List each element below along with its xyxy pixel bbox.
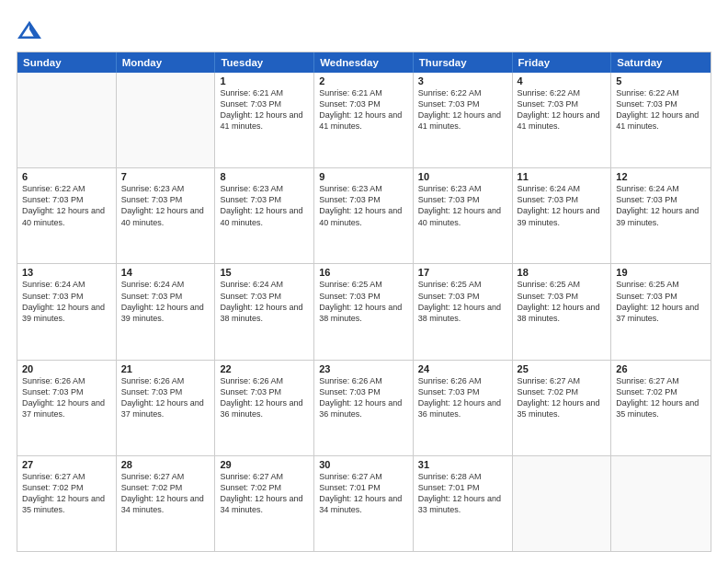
cell-detail: Sunrise: 6:23 AMSunset: 7:03 PMDaylight:… (319, 183, 408, 228)
day-cell-11: 11Sunrise: 6:24 AMSunset: 7:03 PMDayligh… (513, 168, 612, 263)
day-cell-24: 24Sunrise: 6:26 AMSunset: 7:03 PMDayligh… (414, 361, 513, 455)
sunset-label: Sunset: 7:03 PM (220, 99, 281, 109)
calendar-row-1: 1Sunrise: 6:21 AMSunset: 7:03 PMDaylight… (17, 73, 711, 167)
day-number: 21 (121, 363, 210, 374)
day-cell-15: 15Sunrise: 6:24 AMSunset: 7:03 PMDayligh… (215, 264, 314, 359)
day-cell-30: 30Sunrise: 6:27 AMSunset: 7:01 PMDayligh… (314, 456, 414, 551)
day-number: 22 (220, 363, 309, 374)
day-number: 16 (319, 267, 408, 278)
daylight-label: Daylight: 12 hours and 38 minutes. (319, 303, 402, 323)
empty-cell (513, 456, 612, 551)
daylight-label: Daylight: 12 hours and 41 minutes. (319, 110, 402, 131)
day-cell-16: 16Sunrise: 6:25 AMSunset: 7:03 PMDayligh… (314, 264, 414, 359)
sunrise-label: Sunrise: 6:26 AM (22, 376, 85, 385)
daylight-label: Daylight: 12 hours and 39 minutes. (616, 206, 699, 226)
sunrise-label: Sunrise: 6:25 AM (616, 280, 679, 289)
sunrise-label: Sunrise: 6:24 AM (518, 184, 581, 193)
sunrise-label: Sunrise: 6:24 AM (121, 280, 185, 289)
day-cell-23: 23Sunrise: 6:26 AMSunset: 7:03 PMDayligh… (314, 361, 414, 455)
cell-detail: Sunrise: 6:26 AMSunset: 7:03 PMDaylight:… (121, 375, 210, 420)
cell-detail: Sunrise: 6:24 AMSunset: 7:03 PMDaylight:… (121, 279, 210, 324)
day-number: 29 (220, 459, 309, 470)
header-day-tuesday: Tuesday (215, 52, 314, 73)
calendar-row-3: 13Sunrise: 6:24 AMSunset: 7:03 PMDayligh… (17, 263, 711, 359)
sunset-label: Sunset: 7:03 PM (518, 195, 579, 204)
sunset-label: Sunset: 7:01 PM (319, 483, 381, 492)
empty-cell (117, 73, 216, 167)
sunset-label: Sunset: 7:03 PM (418, 292, 480, 301)
cell-detail: Sunrise: 6:22 AMSunset: 7:03 PMDaylight:… (22, 183, 111, 228)
daylight-label: Daylight: 12 hours and 36 minutes. (220, 398, 302, 419)
cell-detail: Sunrise: 6:23 AMSunset: 7:03 PMDaylight:… (220, 183, 309, 228)
daylight-label: Daylight: 12 hours and 36 minutes. (319, 398, 402, 419)
day-number: 19 (616, 267, 706, 278)
calendar-row-5: 27Sunrise: 6:27 AMSunset: 7:02 PMDayligh… (17, 455, 711, 551)
sunset-label: Sunset: 7:03 PM (319, 387, 381, 396)
day-cell-13: 13Sunrise: 6:24 AMSunset: 7:03 PMDayligh… (17, 264, 117, 359)
sunset-label: Sunset: 7:03 PM (220, 195, 281, 204)
cell-detail: Sunrise: 6:28 AMSunset: 7:01 PMDaylight:… (418, 471, 507, 516)
sunrise-label: Sunrise: 6:26 AM (220, 376, 283, 385)
daylight-label: Daylight: 12 hours and 35 minutes. (616, 398, 699, 419)
sunrise-label: Sunrise: 6:27 AM (220, 472, 283, 481)
sunset-label: Sunset: 7:03 PM (616, 99, 677, 109)
day-cell-10: 10Sunrise: 6:23 AMSunset: 7:03 PMDayligh… (414, 168, 513, 263)
day-number: 4 (518, 75, 607, 86)
sunset-label: Sunset: 7:03 PM (220, 292, 281, 301)
day-cell-9: 9Sunrise: 6:23 AMSunset: 7:03 PMDaylight… (314, 168, 414, 263)
sunset-label: Sunset: 7:03 PM (319, 195, 381, 204)
calendar-body: 1Sunrise: 6:21 AMSunset: 7:03 PMDaylight… (17, 73, 711, 551)
sunrise-label: Sunrise: 6:27 AM (319, 472, 382, 481)
header-day-sunday: Sunday (17, 52, 117, 73)
daylight-label: Daylight: 12 hours and 38 minutes. (518, 303, 600, 323)
sunset-label: Sunset: 7:02 PM (22, 483, 84, 492)
sunrise-label: Sunrise: 6:27 AM (616, 376, 679, 385)
cell-detail: Sunrise: 6:22 AMSunset: 7:03 PMDaylight:… (418, 87, 507, 132)
empty-cell (611, 456, 711, 551)
daylight-label: Daylight: 12 hours and 41 minutes. (418, 110, 501, 131)
cell-detail: Sunrise: 6:24 AMSunset: 7:03 PMDaylight:… (22, 279, 111, 324)
logo-icon (17, 17, 42, 42)
sunrise-label: Sunrise: 6:27 AM (518, 376, 581, 385)
daylight-label: Daylight: 12 hours and 34 minutes. (220, 494, 302, 514)
daylight-label: Daylight: 12 hours and 36 minutes. (418, 398, 501, 419)
sunset-label: Sunset: 7:03 PM (121, 387, 183, 396)
cell-detail: Sunrise: 6:21 AMSunset: 7:03 PMDaylight:… (319, 87, 408, 132)
day-number: 20 (22, 363, 111, 374)
daylight-label: Daylight: 12 hours and 41 minutes. (518, 110, 600, 131)
day-cell-31: 31Sunrise: 6:28 AMSunset: 7:01 PMDayligh… (414, 456, 513, 551)
sunrise-label: Sunrise: 6:23 AM (220, 184, 283, 193)
sunrise-label: Sunrise: 6:21 AM (319, 88, 382, 98)
day-cell-25: 25Sunrise: 6:27 AMSunset: 7:02 PMDayligh… (513, 361, 612, 455)
sunset-label: Sunset: 7:03 PM (220, 387, 281, 396)
day-number: 18 (518, 267, 607, 278)
day-number: 17 (418, 267, 507, 278)
daylight-label: Daylight: 12 hours and 39 minutes. (121, 303, 204, 323)
cell-detail: Sunrise: 6:27 AMSunset: 7:02 PMDaylight:… (518, 375, 607, 420)
sunset-label: Sunset: 7:03 PM (616, 195, 677, 204)
day-number: 2 (319, 75, 408, 86)
day-cell-6: 6Sunrise: 6:22 AMSunset: 7:03 PMDaylight… (17, 168, 117, 263)
day-number: 11 (518, 171, 607, 182)
sunrise-label: Sunrise: 6:22 AM (418, 88, 482, 98)
sunset-label: Sunset: 7:03 PM (22, 292, 84, 301)
cell-detail: Sunrise: 6:24 AMSunset: 7:03 PMDaylight:… (220, 279, 309, 324)
calendar: SundayMondayTuesdayWednesdayThursdayFrid… (17, 52, 711, 552)
cell-detail: Sunrise: 6:27 AMSunset: 7:01 PMDaylight:… (319, 471, 408, 516)
day-number: 23 (319, 363, 408, 374)
daylight-label: Daylight: 12 hours and 39 minutes. (518, 206, 600, 226)
sunrise-label: Sunrise: 6:22 AM (616, 88, 679, 98)
day-number: 7 (121, 171, 210, 182)
daylight-label: Daylight: 12 hours and 35 minutes. (518, 398, 600, 419)
cell-detail: Sunrise: 6:22 AMSunset: 7:03 PMDaylight:… (518, 87, 607, 132)
day-cell-5: 5Sunrise: 6:22 AMSunset: 7:03 PMDaylight… (611, 73, 711, 167)
daylight-label: Daylight: 12 hours and 34 minutes. (121, 494, 204, 514)
sunset-label: Sunset: 7:02 PM (616, 387, 677, 396)
header-day-wednesday: Wednesday (314, 52, 414, 73)
sunset-label: Sunset: 7:03 PM (418, 195, 480, 204)
sunset-label: Sunset: 7:03 PM (616, 292, 677, 301)
day-cell-17: 17Sunrise: 6:25 AMSunset: 7:03 PMDayligh… (414, 264, 513, 359)
sunrise-label: Sunrise: 6:25 AM (518, 280, 581, 289)
cell-detail: Sunrise: 6:23 AMSunset: 7:03 PMDaylight:… (121, 183, 210, 228)
cell-detail: Sunrise: 6:26 AMSunset: 7:03 PMDaylight:… (220, 375, 309, 420)
